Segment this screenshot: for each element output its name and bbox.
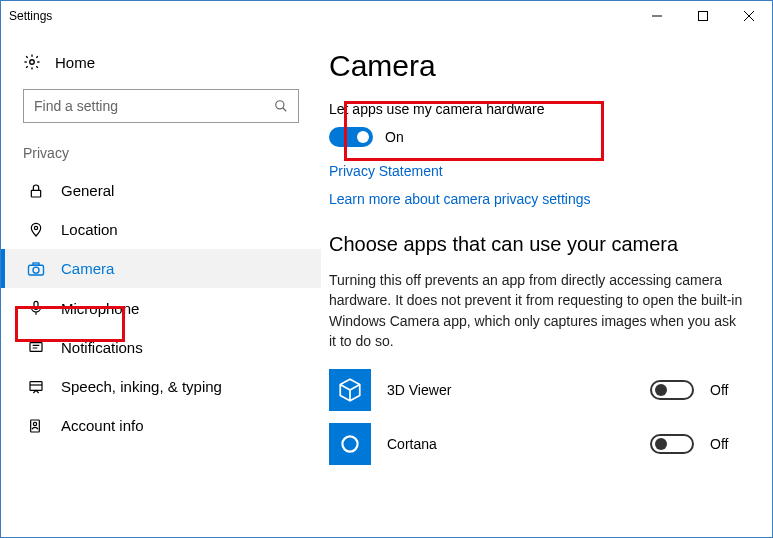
nav-item-notifications[interactable]: Notifications [1, 328, 321, 367]
svg-point-5 [276, 101, 284, 109]
app-toggle-state: Off [710, 382, 744, 398]
app-toggle-cortana[interactable] [650, 434, 694, 454]
search-input[interactable]: Find a setting [23, 89, 299, 123]
settings-window: Settings Home Find a setting [0, 0, 773, 538]
svg-rect-14 [30, 381, 42, 390]
app-name: 3D Viewer [387, 382, 634, 398]
nav-item-location[interactable]: Location [1, 210, 321, 249]
svg-point-17 [33, 422, 36, 425]
nav-item-speech[interactable]: Speech, inking, & typing [1, 367, 321, 406]
camera-icon [27, 261, 45, 277]
svg-point-8 [34, 226, 37, 229]
app-tile-3d-viewer [329, 369, 371, 411]
app-row-cortana: Cortana Off [329, 423, 744, 465]
search-icon [274, 99, 288, 113]
master-toggle[interactable] [329, 127, 373, 147]
nav-item-camera[interactable]: Camera [1, 249, 321, 288]
location-icon [27, 222, 45, 238]
app-row-3d-viewer: 3D Viewer Off [329, 369, 744, 411]
nav-item-label: Microphone [61, 300, 139, 317]
svg-rect-7 [31, 190, 40, 197]
window-title: Settings [9, 9, 634, 23]
link-learn-more[interactable]: Learn more about camera privacy settings [329, 191, 744, 207]
speech-icon [27, 379, 45, 395]
nav-item-label: Camera [61, 260, 114, 277]
subheading: Choose apps that can use your camera [329, 233, 744, 256]
minimize-button[interactable] [634, 1, 680, 31]
nav-item-label: Account info [61, 417, 144, 434]
nav-item-label: Speech, inking, & typing [61, 378, 222, 395]
page-title: Camera [329, 49, 744, 83]
content-pane: Camera Let apps use my camera hardware O… [321, 31, 772, 537]
nav-item-microphone[interactable]: Microphone [1, 288, 321, 328]
svg-rect-13 [30, 342, 42, 351]
search-placeholder: Find a setting [34, 98, 274, 114]
description-text: Turning this off prevents an app from di… [329, 270, 744, 351]
nav-home[interactable]: Home [1, 49, 321, 89]
nav-item-label: General [61, 182, 114, 199]
svg-rect-12 [34, 301, 38, 309]
maximize-button[interactable] [680, 1, 726, 31]
master-toggle-state: On [385, 129, 404, 145]
titlebar: Settings [1, 1, 772, 31]
svg-line-6 [283, 108, 287, 112]
nav-group-label: Privacy [1, 145, 321, 171]
app-name: Cortana [387, 436, 634, 452]
gear-icon [23, 53, 41, 71]
microphone-icon [27, 299, 45, 317]
link-privacy-statement[interactable]: Privacy Statement [329, 163, 744, 179]
account-icon [27, 418, 45, 434]
nav-item-account[interactable]: Account info [1, 406, 321, 445]
app-toggle-state: Off [710, 436, 744, 452]
svg-point-18 [342, 437, 357, 452]
nav-home-label: Home [55, 54, 95, 71]
svg-point-10 [33, 267, 39, 273]
close-button[interactable] [726, 1, 772, 31]
master-toggle-label: Let apps use my camera hardware [329, 101, 744, 117]
svg-point-4 [30, 60, 35, 65]
sidebar: Home Find a setting Privacy General L [1, 31, 321, 537]
app-toggle-3d-viewer[interactable] [650, 380, 694, 400]
nav-item-label: Location [61, 221, 118, 238]
nav-item-label: Notifications [61, 339, 143, 356]
svg-rect-11 [33, 263, 39, 265]
notifications-icon [27, 340, 45, 356]
app-tile-cortana [329, 423, 371, 465]
nav-item-general[interactable]: General [1, 171, 321, 210]
lock-icon [27, 183, 45, 199]
svg-rect-1 [699, 12, 708, 21]
